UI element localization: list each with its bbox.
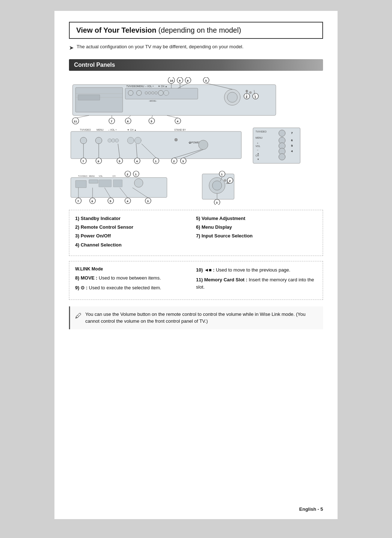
svg-line-53: [152, 115, 152, 118]
feature-item-3: 3) Power On/Off: [75, 233, 196, 239]
wlink-item-10: 10) ◄■ : Used to move to the previous pa…: [196, 266, 317, 274]
svg-point-10: [128, 90, 133, 95]
svg-text:3: 3: [182, 160, 184, 163]
svg-text:▼: ▼: [257, 158, 259, 160]
section-header: Control Panels: [69, 59, 323, 71]
svg-text:10: 10: [170, 79, 173, 82]
svg-text:2: 2: [173, 160, 175, 163]
svg-text:CH: CH: [256, 154, 259, 157]
svg-point-142: [212, 181, 222, 190]
svg-point-62: [80, 137, 87, 144]
title-bold: View of Your Television: [76, 26, 156, 34]
wlink-item-9: 9) ⊙ : Used to execute the selected item…: [75, 284, 196, 292]
tv-diagram-1: TV/VIDEO MENU – VOL + ▼ CH ▲ –MOVE– 1: [69, 77, 323, 125]
svg-point-106: [279, 154, 285, 160]
svg-text:6: 6: [98, 160, 99, 163]
svg-text:11: 11: [74, 120, 77, 123]
svg-text:5: 5: [291, 144, 293, 147]
svg-text:TV/VIDEO: TV/VIDEO: [80, 129, 91, 131]
page-footer: English - 5: [299, 506, 323, 512]
svg-point-22: [249, 91, 252, 94]
svg-rect-117: [89, 180, 98, 183]
svg-text:5: 5: [151, 120, 152, 123]
svg-text:STAND BY: STAND BY: [174, 129, 186, 131]
svg-text:2: 2: [246, 95, 248, 98]
feature-item-7: 7) Input Source Selection: [196, 233, 317, 239]
svg-text:5: 5: [119, 160, 121, 163]
feature-item-2: 2) Remote Control Sensor: [75, 224, 196, 231]
svg-text:+: +: [257, 142, 258, 144]
svg-point-14: [152, 92, 154, 94]
svg-text:5: 5: [110, 200, 111, 203]
svg-text:6: 6: [127, 120, 129, 123]
svg-text:MENU: MENU: [97, 129, 103, 131]
svg-text:8: 8: [187, 79, 189, 82]
svg-point-68: [135, 137, 141, 144]
svg-point-71: [175, 138, 177, 141]
wlink-item-11: 11) Memory Card Slot : Insert the memory…: [196, 276, 317, 290]
svg-text:–: –: [257, 148, 258, 151]
tv-diagram-3-main: TV/VIDEO MENU VOL CH 7 6 5 4 3: [69, 170, 196, 205]
svg-text:▼ CH ▲: ▼ CH ▲: [158, 85, 167, 87]
feature-item-4: 4) Channel Selection: [75, 242, 196, 248]
svg-text:3: 3: [216, 201, 218, 204]
note-text: The actual configuration on your TV may …: [77, 44, 244, 49]
svg-text:6: 6: [291, 139, 293, 142]
svg-point-64: [108, 139, 111, 142]
svg-text:VOL: VOL: [99, 175, 103, 177]
tv-diagram-2-side: TV/VIDEO MENU + VOL – ▲ CH ▼ 7 6 5 4: [251, 126, 304, 166]
svg-point-63: [95, 137, 102, 144]
tv-diagrams: TV/VIDEO MENU – VOL + ▼ CH ▲ –MOVE– 1: [69, 77, 323, 205]
page-title: View of Your Television (depending on th…: [69, 22, 323, 39]
svg-point-70: [199, 140, 208, 150]
feature-item-1: 1) Standby Indicator: [75, 215, 196, 222]
svg-text:1: 1: [135, 173, 137, 176]
svg-text:–MOVE–: –MOVE–: [149, 100, 157, 102]
svg-point-143: [224, 179, 226, 182]
svg-text:TV/VIDEO: TV/VIDEO: [78, 175, 87, 177]
svg-rect-119: [113, 180, 122, 187]
svg-point-65: [111, 139, 115, 142]
svg-text:7: 7: [291, 131, 293, 135]
title-normal: (depending on the model): [156, 26, 241, 34]
svg-text:7: 7: [111, 120, 113, 123]
svg-text:2: 2: [229, 179, 231, 183]
svg-text:– VOL +: – VOL +: [108, 129, 117, 131]
svg-rect-56: [71, 131, 241, 159]
svg-text:7: 7: [82, 160, 84, 163]
svg-text:3: 3: [147, 200, 149, 203]
wlink-box: W.LINK Mode 8) MOVE : Used to move betwe…: [69, 261, 323, 300]
svg-text:TV/VIDEO: TV/VIDEO: [256, 130, 266, 133]
tv-diagram-2-main: TV/VIDEO MENU – VOL + ▼ CH ▲ STAND BY ⏻P…: [69, 126, 247, 166]
footer-text: English - 5: [299, 506, 323, 512]
svg-point-67: [127, 137, 134, 144]
svg-text:2: 2: [127, 173, 128, 176]
svg-text:CH: CH: [113, 175, 115, 177]
svg-text:MENU: MENU: [137, 85, 144, 87]
svg-line-55: [75, 115, 89, 118]
svg-point-16: [158, 90, 163, 95]
svg-line-54: [167, 115, 178, 118]
svg-text:– VOL +: – VOL +: [145, 85, 154, 87]
wlink-title: W.LINK Mode: [75, 266, 196, 272]
svg-text:TV/VIDEO: TV/VIDEO: [126, 85, 137, 87]
wlink-col-left: W.LINK Mode 8) MOVE : Used to move betwe…: [75, 266, 196, 294]
svg-text:4: 4: [136, 160, 138, 163]
subtitle-note: ➤ The actual configuration on your TV ma…: [69, 44, 323, 51]
svg-point-20: [227, 92, 237, 102]
svg-text:7: 7: [77, 200, 79, 203]
svg-text:1: 1: [221, 173, 223, 176]
svg-text:4: 4: [291, 150, 293, 153]
svg-point-17: [164, 90, 169, 95]
svg-point-12: [145, 92, 148, 94]
svg-line-52: [128, 115, 131, 118]
svg-text:▼ CH ▲: ▼ CH ▲: [127, 129, 136, 131]
page-container: View of Your Television (depending on th…: [54, 11, 338, 519]
svg-text:3: 3: [205, 79, 207, 82]
wlink-col-right: 10) ◄■ : Used to move to the previous pa…: [196, 266, 317, 294]
svg-text:MENU: MENU: [256, 136, 262, 139]
feature-list-box: 1) Standby Indicator 2) Remote Control S…: [69, 210, 323, 256]
svg-text:MENU: MENU: [89, 175, 95, 177]
svg-point-15: [155, 92, 158, 94]
note-text-content: You can use the Volume button on the rem…: [85, 311, 318, 325]
